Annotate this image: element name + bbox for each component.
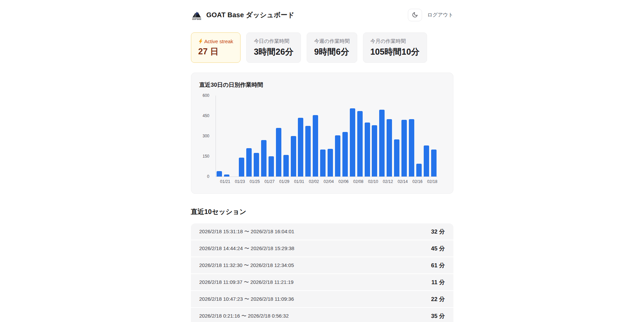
x-tick-label: 02/18: [427, 179, 437, 184]
bar-01/25[interactable]: [254, 153, 259, 177]
bar-slot-02/05: [334, 96, 341, 177]
x-tick-cell: [423, 179, 427, 184]
bar-01/23[interactable]: [239, 158, 244, 177]
session-duration: 61 分: [431, 262, 445, 269]
bar-slot-02/06: [341, 96, 349, 177]
x-tick-cell: 01/25: [250, 179, 260, 184]
x-tick-cell: [334, 179, 338, 184]
bar-02/03[interactable]: [320, 150, 326, 177]
bar-01/26[interactable]: [261, 140, 267, 177]
bar-slot-01/22: [230, 96, 238, 177]
x-tick-cell: [275, 179, 279, 184]
stat-card-active-streak: Active streak 27 日: [191, 32, 241, 63]
bar-01/29[interactable]: [283, 155, 289, 177]
y-tick-label: 600: [202, 93, 209, 98]
x-tick-label: 02/14: [398, 179, 408, 184]
bar-slot-01/23: [238, 96, 245, 177]
bar-01/27[interactable]: [269, 156, 274, 177]
stats-row: Active streak 27 日 今日の作業時間 3時間26分 今週の作業時…: [191, 32, 453, 63]
x-tick-label: 02/04: [324, 179, 334, 184]
bar-02/08[interactable]: [357, 111, 363, 177]
bar-slot-01/28: [275, 96, 282, 177]
bar-02/07[interactable]: [350, 108, 355, 177]
chart-title: 直近30日の日別作業時間: [199, 81, 445, 89]
x-tick-cell: [216, 179, 220, 184]
chart-x-axis-labels: 01/2101/2301/2501/2701/2901/3102/0202/04…: [216, 179, 438, 184]
bar-02/11[interactable]: [379, 110, 385, 177]
session-row: 2026/2/18 14:44:24 〜 2026/2/18 15:29:384…: [191, 240, 453, 257]
x-tick-label: 01/31: [294, 179, 304, 184]
x-tick-cell: 01/27: [264, 179, 275, 184]
x-tick-cell: 01/21: [220, 179, 230, 184]
x-tick-cell: 02/12: [383, 179, 393, 184]
bar-01/21[interactable]: [224, 175, 229, 177]
page-container: GOAT BASE GOAT Base ダッシュボード ログアウト: [191, 0, 453, 322]
bar-slot-02/11: [378, 96, 386, 177]
page-title: GOAT Base ダッシュボード: [206, 10, 295, 20]
session-duration: 35 分: [431, 312, 445, 320]
bar-slot-01/24: [245, 96, 253, 177]
x-tick-cell: 02/04: [324, 179, 334, 184]
x-tick-cell: 02/10: [368, 179, 378, 184]
x-tick-cell: [319, 179, 324, 184]
goat-base-logo-icon: GOAT BASE: [191, 9, 202, 21]
session-duration: 22 分: [431, 295, 445, 303]
bar-02/06[interactable]: [342, 132, 348, 177]
bar-slot-02/18: [430, 96, 438, 177]
y-tick-label: 300: [202, 134, 209, 138]
bar-02/05[interactable]: [335, 135, 340, 177]
session-row: 2026/2/18 15:31:18 〜 2026/2/18 16:04:013…: [191, 223, 453, 240]
bar-slot-02/09: [364, 96, 371, 177]
bar-01/31[interactable]: [298, 118, 303, 177]
x-tick-cell: [348, 179, 353, 184]
daily-work-chart-card: 直近30日の日別作業時間 0150300450600 01/2101/2301/…: [191, 73, 453, 194]
month-value: 105時間10分: [370, 46, 420, 57]
bar-02/09[interactable]: [365, 123, 370, 177]
x-tick-cell: 02/16: [413, 179, 423, 184]
bar-02/16[interactable]: [416, 164, 422, 177]
x-tick-label: 01/27: [264, 179, 275, 184]
bar-01/30[interactable]: [291, 136, 296, 177]
stat-card-today: 今日の作業時間 3時間26分: [246, 32, 301, 63]
session-range: 2026/2/18 15:31:18 〜 2026/2/18 16:04:01: [199, 229, 295, 235]
bar-02/10[interactable]: [372, 125, 377, 177]
x-tick-label: 02/02: [309, 179, 319, 184]
bar-02/01[interactable]: [305, 126, 311, 177]
x-tick-cell: [260, 179, 264, 184]
bar-01/28[interactable]: [276, 128, 281, 177]
bar-01/24[interactable]: [246, 148, 252, 177]
bar-slot-01/29: [282, 96, 290, 177]
session-duration: 45 分: [431, 245, 445, 252]
x-tick-label: 01/25: [250, 179, 260, 184]
bar-slot-02/02: [312, 96, 319, 177]
bar-01/20[interactable]: [217, 171, 222, 177]
today-label: 今日の作業時間: [254, 38, 293, 45]
session-range: 2026/2/18 0:21:16 〜 2026/2/18 0:56:32: [199, 313, 289, 319]
bar-02/18[interactable]: [431, 150, 437, 177]
bar-02/04[interactable]: [328, 149, 333, 177]
logout-button[interactable]: ログアウト: [427, 12, 453, 18]
month-label: 今月の作業時間: [370, 38, 420, 45]
bar-02/14[interactable]: [401, 120, 407, 177]
bar-slot-01/31: [297, 96, 304, 177]
x-tick-cell: [393, 179, 398, 184]
session-row: 2026/2/18 11:09:37 〜 2026/2/18 11:21:191…: [191, 274, 453, 290]
x-tick-cell: [245, 179, 250, 184]
x-tick-cell: 02/06: [338, 179, 348, 184]
bar-02/13[interactable]: [394, 139, 399, 177]
bar-02/17[interactable]: [424, 145, 429, 177]
header: GOAT BASE GOAT Base ダッシュボード ログアウト: [191, 8, 453, 21]
x-tick-cell: [378, 179, 383, 184]
x-tick-cell: [289, 179, 294, 184]
moon-icon: [412, 12, 418, 18]
bar-slot-02/01: [304, 96, 312, 177]
x-tick-cell: 01/23: [235, 179, 245, 184]
x-tick-cell: [304, 179, 309, 184]
x-tick-cell: [408, 179, 413, 184]
dark-mode-toggle-button[interactable]: [408, 9, 422, 21]
bar-02/15[interactable]: [409, 119, 414, 177]
x-tick-label: 01/23: [235, 179, 245, 184]
bar-slot-01/25: [253, 96, 260, 177]
bar-02/02[interactable]: [313, 115, 318, 177]
bar-02/12[interactable]: [387, 119, 392, 177]
